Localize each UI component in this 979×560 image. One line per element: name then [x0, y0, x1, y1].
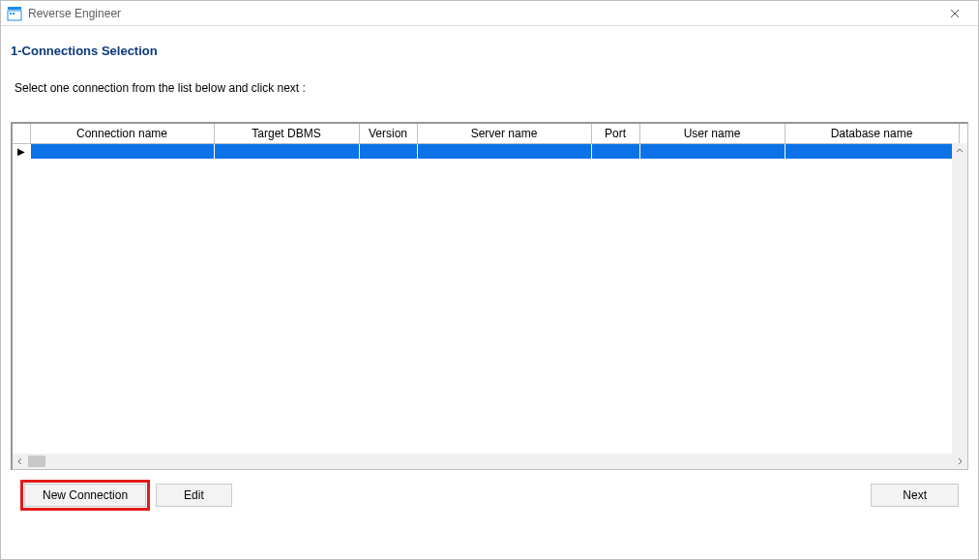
table-cell[interactable] [591, 143, 639, 159]
connections-table[interactable]: Connection nameTarget DBMSVersionServer … [13, 124, 967, 159]
instruction-text: Select one connection from the list belo… [15, 81, 968, 95]
column-header[interactable]: Connection name [30, 124, 214, 143]
table-cell[interactable] [639, 143, 785, 159]
scroll-left-icon[interactable] [13, 454, 28, 469]
footer: New Connection Edit Next [11, 470, 968, 520]
row-marker-icon: ▶ [17, 146, 25, 157]
svg-rect-2 [10, 13, 12, 15]
table-row[interactable]: ▶ [13, 143, 967, 159]
connections-grid: Connection nameTarget DBMSVersionServer … [11, 122, 968, 470]
column-header[interactable]: Server name [417, 124, 591, 143]
close-button[interactable] [937, 1, 972, 26]
titlebar: Reverse Engineer [1, 1, 978, 26]
scroll-up-icon[interactable] [952, 143, 967, 159]
svg-rect-0 [8, 7, 21, 10]
column-header[interactable]: Target DBMS [214, 124, 359, 143]
column-header[interactable]: Port [591, 124, 639, 143]
edit-button[interactable]: Edit [156, 484, 232, 507]
row-header-column [13, 124, 30, 143]
highlight-box: New Connection [20, 480, 150, 511]
next-button[interactable]: Next [871, 484, 959, 507]
column-header[interactable]: User name [639, 124, 785, 143]
scroll-pad-column [959, 124, 967, 143]
table-cell[interactable] [785, 143, 959, 159]
svg-rect-1 [8, 11, 21, 20]
table-cell[interactable] [30, 143, 214, 159]
table-cell[interactable] [214, 143, 359, 159]
app-icon [7, 6, 22, 21]
svg-rect-3 [13, 13, 15, 15]
scroll-right-icon[interactable] [952, 454, 967, 469]
scrollbar-thumb[interactable] [28, 456, 45, 467]
window-title: Reverse Engineer [28, 7, 937, 20]
new-connection-button[interactable]: New Connection [24, 484, 146, 507]
column-header[interactable]: Version [359, 124, 417, 143]
table-cell[interactable] [359, 143, 417, 159]
horizontal-scrollbar[interactable] [13, 454, 967, 469]
column-header[interactable]: Database name [785, 124, 959, 143]
row-selector[interactable]: ▶ [13, 143, 30, 159]
step-title: 1-Connections Selection [11, 44, 968, 58]
table-cell[interactable] [417, 143, 591, 159]
wizard-content: 1-Connections Selection Select one conne… [1, 26, 978, 530]
vertical-scrollbar[interactable] [952, 143, 967, 454]
